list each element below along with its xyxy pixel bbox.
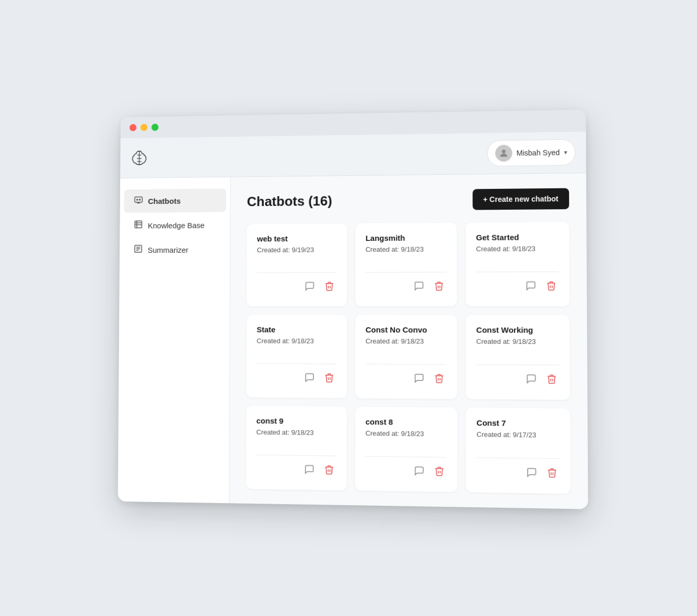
delete-button[interactable] xyxy=(322,279,337,296)
card-name: Langsmith xyxy=(366,233,447,242)
delete-button[interactable] xyxy=(545,465,560,483)
card-actions xyxy=(366,278,447,296)
chat-button[interactable] xyxy=(523,278,538,296)
delete-button[interactable] xyxy=(432,464,447,481)
card-actions xyxy=(257,279,337,296)
chat-button[interactable] xyxy=(302,370,317,387)
card-date: Created at: 9/18/23 xyxy=(366,337,447,345)
main-content: Chatbots (16) + Create new chatbot web t… xyxy=(229,173,588,509)
delete-button[interactable] xyxy=(544,371,559,389)
svg-point-3 xyxy=(137,199,138,200)
card-divider xyxy=(257,272,337,273)
card-date: Created at: 9/18/23 xyxy=(476,337,559,345)
maximize-button[interactable] xyxy=(151,123,159,131)
app-layout: Chatbots Knowledge Base xyxy=(118,173,588,509)
close-button[interactable] xyxy=(130,124,137,131)
card-actions xyxy=(476,464,560,483)
chat-button[interactable] xyxy=(412,278,427,296)
card-date: Created at: 9/18/23 xyxy=(476,245,559,253)
card-name: Const 7 xyxy=(476,418,559,428)
sidebar-label-chatbots: Chatbots xyxy=(148,196,180,205)
svg-point-4 xyxy=(139,199,140,200)
card-date: Created at: 9/18/23 xyxy=(256,337,336,344)
card-date: Created at: 9/19/23 xyxy=(257,246,337,254)
card-actions xyxy=(256,461,336,479)
svg-rect-5 xyxy=(135,221,141,227)
card-date: Created at: 9/17/23 xyxy=(476,430,560,439)
avatar xyxy=(495,145,512,162)
delete-button[interactable] xyxy=(432,371,447,389)
chatbot-grid: web test Created at: 9/19/23 Langsmith C… xyxy=(246,222,571,494)
chatbot-card: State Created at: 9/18/23 xyxy=(246,314,346,397)
chatbot-card: const 9 Created at: 9/18/23 xyxy=(246,405,347,490)
sidebar-label-knowledge-base: Knowledge Base xyxy=(148,221,204,229)
delete-button[interactable] xyxy=(321,462,336,480)
chat-button[interactable] xyxy=(412,463,427,481)
logo xyxy=(130,148,148,167)
chatbots-icon xyxy=(134,195,143,207)
create-chatbot-button[interactable]: + Create new chatbot xyxy=(472,188,569,210)
card-divider xyxy=(256,454,337,456)
chat-button[interactable] xyxy=(524,465,539,482)
sidebar-item-chatbots[interactable]: Chatbots xyxy=(124,188,226,213)
card-actions xyxy=(366,370,447,388)
card-divider xyxy=(476,457,560,459)
card-actions xyxy=(366,463,447,481)
card-date: Created at: 9/18/23 xyxy=(366,245,447,253)
main-header: Chatbots (16) + Create new chatbot xyxy=(247,188,570,212)
card-name: State xyxy=(256,325,336,333)
card-name: const 8 xyxy=(366,417,447,427)
user-menu[interactable]: Misbah Syed ▾ xyxy=(487,139,575,166)
card-divider xyxy=(366,456,447,457)
app-window: Misbah Syed ▾ Chatbots xyxy=(118,109,588,509)
delete-button[interactable] xyxy=(432,278,446,296)
summarizer-icon xyxy=(134,244,143,255)
knowledge-base-icon xyxy=(134,220,143,231)
delete-button[interactable] xyxy=(322,370,337,387)
user-name: Misbah Syed xyxy=(517,148,560,157)
card-divider xyxy=(366,272,447,272)
chat-button[interactable] xyxy=(302,279,317,296)
chatbot-card: Langsmith Created at: 9/18/23 xyxy=(355,222,457,306)
chatbot-card: Const 7 Created at: 9/17/23 xyxy=(466,407,571,494)
card-actions xyxy=(256,370,336,388)
card-divider xyxy=(476,364,559,365)
sidebar-item-summarizer[interactable]: Summarizer xyxy=(124,237,226,261)
chatbot-card: const 8 Created at: 9/18/23 xyxy=(355,406,457,492)
card-date: Created at: 9/18/23 xyxy=(256,428,337,437)
card-actions xyxy=(476,278,559,296)
chatbot-card: Const Working Created at: 9/18/23 xyxy=(466,315,570,400)
card-actions xyxy=(476,371,559,389)
chevron-down-icon: ▾ xyxy=(564,148,567,156)
svg-point-1 xyxy=(502,149,506,153)
card-divider xyxy=(476,271,559,272)
delete-button[interactable] xyxy=(544,278,559,296)
sidebar-item-knowledge-base[interactable]: Knowledge Base xyxy=(124,213,226,237)
sidebar: Chatbots Knowledge Base xyxy=(118,177,231,503)
chat-button[interactable] xyxy=(524,371,539,389)
chatbot-card: Const No Convo Created at: 9/18/23 xyxy=(355,315,458,399)
brain-icon xyxy=(130,148,148,167)
sidebar-label-summarizer: Summarizer xyxy=(148,245,188,254)
chatbot-card: web test Created at: 9/19/23 xyxy=(247,223,347,306)
card-name: Const Working xyxy=(476,325,559,335)
minimize-button[interactable] xyxy=(140,124,148,131)
chat-button[interactable] xyxy=(412,370,427,388)
card-name: Const No Convo xyxy=(366,325,447,334)
card-divider xyxy=(366,364,447,365)
chatbot-card: Get Started Created at: 9/18/23 xyxy=(466,222,570,306)
chat-button[interactable] xyxy=(302,462,316,480)
page-title: Chatbots (16) xyxy=(247,192,332,209)
card-name: Get Started xyxy=(476,232,559,241)
card-name: const 9 xyxy=(256,416,337,425)
card-name: web test xyxy=(257,234,337,243)
svg-rect-2 xyxy=(135,197,142,202)
card-divider xyxy=(256,363,336,364)
card-date: Created at: 9/18/23 xyxy=(366,429,447,438)
